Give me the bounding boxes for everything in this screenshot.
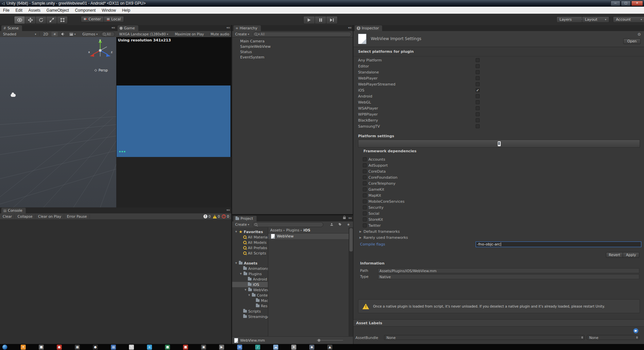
foldout-arrow-icon[interactable]: ▼ [235, 262, 237, 265]
taskbar-icon-4[interactable]: ● [93, 345, 98, 350]
aspect-ratio-dropdown[interactable]: WXGA Landscape (1280x80▾ [118, 32, 170, 36]
tree-item-all-scripts[interactable]: All Scripts [232, 250, 268, 256]
search-by-type-button[interactable] [328, 222, 335, 226]
taskbar-icon-13[interactable]: ♪ [255, 345, 260, 350]
maximize-button[interactable]: ▢ [621, 1, 631, 6]
taskbar-icon-8[interactable]: ■ [165, 345, 170, 350]
console-collapse-button[interactable]: Collapse [15, 214, 35, 219]
move-tool-button[interactable] [25, 16, 36, 24]
foldout-arrow-icon[interactable]: ▼ [239, 273, 242, 275]
menu-help[interactable]: Help [119, 7, 133, 13]
pause-button[interactable] [315, 16, 326, 24]
platform-checkbox-wsaplayer[interactable] [476, 106, 480, 110]
hierarchy-item-samplewebview[interactable]: SampleWebView [232, 44, 353, 49]
assetbundle-dropdown[interactable]: None [384, 335, 585, 340]
account-dropdown[interactable]: Account▾ [613, 16, 644, 23]
scene-axis-gizmo[interactable]: y x z [88, 38, 113, 62]
gizmos-dropdown[interactable]: Gizmos▾ [81, 32, 100, 36]
assetbundle-variant-dropdown[interactable]: None [587, 335, 639, 340]
taskbar-icon-15[interactable]: ★ [291, 345, 296, 350]
breadcrumb-plugins[interactable]: Plugins [286, 228, 299, 232]
taskbar-icon-11[interactable]: ▶ [219, 345, 224, 350]
hierarchy-item-status[interactable]: Status [232, 49, 353, 54]
tab-game[interactable]: Game [118, 25, 138, 31]
layers-dropdown[interactable]: Layers▾ [556, 16, 586, 23]
revert-button[interactable]: Revert [606, 252, 623, 258]
framework-checkbox-social[interactable] [363, 211, 367, 215]
tab-console[interactable]: ▤Console [1, 208, 26, 213]
console-clear-button[interactable]: Clear [0, 214, 15, 219]
taskbar-icon-2[interactable]: ● [57, 345, 62, 350]
framework-checkbox-storekit[interactable] [363, 217, 367, 221]
pivot-local-button[interactable]: Local [104, 16, 124, 22]
hierarchy-item-eventsystem[interactable]: EventSystem [232, 54, 353, 60]
panel-menu-icon[interactable]: ▾≡ [112, 26, 115, 29]
taskbar-icon-10[interactable]: ▣ [201, 345, 206, 350]
lighting-toggle-button[interactable]: ☀ [51, 32, 58, 36]
scene-search-input[interactable]: All [101, 32, 115, 37]
framework-checkbox-security[interactable] [363, 205, 367, 209]
taskbar-icon-3[interactable]: ▦ [75, 345, 80, 350]
tree-item-all-material[interactable]: All Material [232, 234, 268, 240]
compile-flags-input[interactable]: -fno-objc-arc [476, 241, 641, 247]
taskbar-icon-5[interactable]: ▤ [111, 345, 116, 350]
panel-menu-icon[interactable]: ▾≡ [226, 208, 230, 212]
tree-item-conte[interactable]: ▼Conte [232, 293, 268, 298]
framework-checkbox-coretelephony[interactable] [363, 181, 367, 185]
tree-item-mac[interactable]: Mac [232, 298, 268, 303]
project-scrollbar[interactable] [349, 227, 353, 337]
taskbar-icon-14[interactable]: ☁ [273, 345, 278, 350]
menu-gameobject[interactable]: GameObject [43, 7, 72, 13]
framework-checkbox-coredata[interactable] [363, 169, 367, 173]
platform-checkbox-ios[interactable] [476, 88, 480, 92]
tree-item-ios[interactable]: iOS [232, 282, 268, 287]
platform-checkbox-android[interactable] [476, 94, 480, 98]
effects-dropdown[interactable]: ▾ [68, 32, 77, 36]
platform-checkbox-webplayer[interactable] [476, 76, 480, 80]
panel-menu-icon[interactable]: ▾≡ [226, 26, 230, 29]
tree-item-plugins[interactable]: ▼Plugins [232, 271, 268, 277]
tab-project[interactable]: Project [233, 216, 257, 221]
framework-checkbox-adsupport[interactable] [363, 163, 367, 167]
start-button[interactable] [2, 344, 8, 350]
tree-item-assets[interactable]: ▼Assets [232, 260, 268, 266]
foldout-arrow-icon[interactable]: ▼ [248, 294, 251, 297]
taskbar-icon-12[interactable]: ✉ [237, 345, 242, 350]
play-button[interactable] [303, 16, 315, 24]
audio-toggle-button[interactable] [59, 32, 66, 36]
tree-item-android[interactable]: Android [232, 277, 268, 282]
console-log-area[interactable] [0, 220, 231, 344]
search-by-label-button[interactable] [337, 222, 343, 226]
perspective-toggle[interactable]: Persp [94, 68, 108, 72]
menu-file[interactable]: File [0, 7, 12, 13]
platform-checkbox-standalone[interactable] [476, 70, 480, 74]
foldout-arrow-icon[interactable]: ▼ [235, 230, 237, 233]
mute-audio-toggle[interactable]: Mute audio [209, 32, 231, 36]
warning-count[interactable]: !0 [213, 214, 220, 218]
rect-tool-button[interactable] [57, 16, 68, 24]
pan-tool-button[interactable] [14, 16, 25, 24]
taskbar-icon-0[interactable]: ✦ [21, 345, 26, 350]
hierarchy-search-input[interactable]: ▾All [253, 32, 351, 37]
rarely-used-frameworks-foldout[interactable]: ▶Rarely used frameworks [359, 235, 408, 240]
breadcrumb-ios[interactable]: iOS [303, 228, 310, 232]
close-button[interactable]: ✕ [631, 1, 643, 6]
scale-tool-button[interactable] [46, 16, 57, 24]
platform-checkbox-webplayerstreamed[interactable] [476, 82, 480, 86]
label-tag-button[interactable] [633, 328, 638, 333]
default-frameworks-foldout[interactable]: ▶Default frameworks [359, 229, 400, 234]
thumbnail-size-slider[interactable] [316, 340, 343, 341]
layout-dropdown[interactable]: Layout▾ [582, 16, 609, 23]
info-count[interactable]: !0 [203, 214, 211, 218]
platform-checkbox-wp8player[interactable] [476, 112, 480, 116]
hierarchy-item-main-camera[interactable]: Main Camera [232, 38, 353, 44]
taskbar-icon-9[interactable]: ■ [183, 345, 188, 350]
apply-button[interactable]: Apply [623, 252, 639, 258]
scrollbar-thumb[interactable] [349, 228, 353, 251]
platform-checkbox-editor[interactable] [476, 64, 480, 68]
favorite-search-button[interactable]: ★ [345, 222, 352, 227]
framework-checkbox-corefoundation[interactable] [363, 175, 367, 179]
step-button[interactable] [326, 16, 338, 24]
menu-component[interactable]: Component [72, 7, 99, 13]
minimize-button[interactable]: ─ [611, 1, 620, 6]
